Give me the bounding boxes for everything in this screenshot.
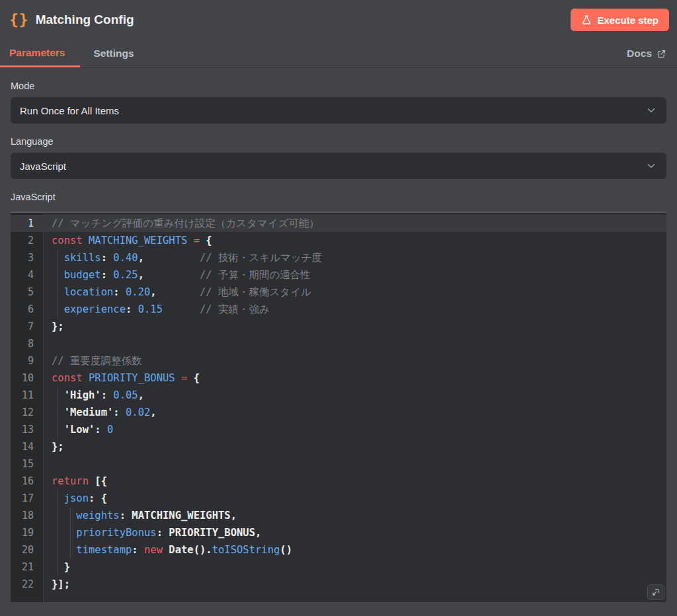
code-line[interactable]: 12 'Medium': 0.02, bbox=[11, 404, 666, 421]
indent-guide bbox=[58, 249, 58, 266]
tab-settings-label: Settings bbox=[93, 48, 134, 59]
code-line[interactable]: 20 timestamp: new Date().toISOString() bbox=[11, 541, 666, 558]
docs-link[interactable]: Docs bbox=[627, 40, 677, 67]
line-number: 21 bbox=[11, 558, 44, 576]
code-line-content: budget: 0.25, // 予算・期間の適合性 bbox=[44, 266, 666, 284]
execute-step-button[interactable]: Execute step bbox=[571, 9, 669, 31]
code-line[interactable]: 10const PRIORITY_BONUS = { bbox=[11, 369, 666, 387]
code-line[interactable]: 7}; bbox=[11, 318, 666, 335]
code-line[interactable]: 19 priorityBonus: PRIORITY_BONUS, bbox=[11, 524, 666, 541]
line-number: 1 bbox=[11, 215, 44, 232]
code-line[interactable]: 9// 重要度調整係数 bbox=[11, 352, 666, 369]
indent-guide bbox=[58, 284, 58, 301]
line-number: 16 bbox=[11, 473, 44, 490]
flask-icon bbox=[581, 15, 592, 25]
line-number: 5 bbox=[11, 284, 44, 301]
line-number: 13 bbox=[11, 421, 44, 438]
indent-guide bbox=[58, 541, 58, 558]
code-line[interactable]: 5 location: 0.20, // 地域・稼働スタイル bbox=[11, 284, 666, 301]
code-line[interactable]: 3 skills: 0.40, // 技術・スキルマッチ度 bbox=[11, 249, 666, 266]
code-line-content: experience: 0.15 // 実績・強み bbox=[44, 301, 666, 318]
code-line-content: }; bbox=[44, 318, 666, 335]
code-line[interactable]: 18 weights: MATCHING_WEIGHTS, bbox=[11, 507, 666, 524]
parameters-pane: Mode Run Once for All Items Language Jav… bbox=[0, 81, 677, 602]
indent-guide bbox=[58, 301, 58, 318]
line-number: 19 bbox=[11, 524, 44, 541]
code-editor-label: JavaScript bbox=[11, 192, 666, 202]
line-number: 4 bbox=[11, 266, 44, 284]
expand-icon bbox=[651, 588, 660, 597]
line-number: 22 bbox=[11, 576, 44, 593]
expand-editor-button[interactable] bbox=[647, 584, 664, 600]
external-link-icon bbox=[657, 49, 666, 59]
line-number: 15 bbox=[11, 455, 44, 473]
code-line-content: json: { bbox=[44, 490, 666, 507]
code-braces-icon: {} bbox=[9, 11, 29, 28]
line-number: 11 bbox=[11, 387, 44, 404]
docs-label: Docs bbox=[627, 48, 652, 59]
node-title: Matching Config bbox=[36, 13, 134, 27]
code-line[interactable]: 13 'Low': 0 bbox=[11, 421, 666, 438]
mode-label: Mode bbox=[11, 81, 666, 91]
code-line[interactable]: 15 bbox=[11, 455, 666, 473]
indent-guide bbox=[70, 524, 71, 541]
code-lines: 1// マッチング評価の重み付け設定（カスタマイズ可能）2const MATCH… bbox=[11, 213, 666, 593]
code-line[interactable]: 2const MATCHING_WEIGHTS = { bbox=[11, 232, 666, 249]
indent-guide bbox=[58, 558, 58, 576]
tab-parameters[interactable]: Parameters bbox=[0, 40, 80, 67]
code-line[interactable]: 14}; bbox=[11, 438, 666, 455]
tab-parameters-label: Parameters bbox=[9, 47, 65, 59]
code-line[interactable]: 21 } bbox=[11, 558, 666, 576]
mode-select[interactable]: Run Once for All Items bbox=[11, 97, 666, 124]
indent-guide bbox=[58, 524, 58, 541]
line-number: 12 bbox=[11, 404, 44, 421]
language-select[interactable]: JavaScript bbox=[11, 153, 666, 179]
mode-select-value: Run Once for All Items bbox=[20, 105, 119, 116]
code-editor[interactable]: 1// マッチング評価の重み付け設定（カスタマイズ可能）2const MATCH… bbox=[11, 212, 666, 602]
node-config-panel: {} Matching Config Execute step Paramete… bbox=[0, 0, 677, 602]
code-line-content: } bbox=[44, 558, 666, 576]
panel-header: {} Matching Config Execute step bbox=[0, 0, 677, 40]
line-number: 6 bbox=[11, 301, 44, 318]
code-line-content: skills: 0.40, // 技術・スキルマッチ度 bbox=[44, 249, 666, 266]
code-line[interactable]: 22}]; bbox=[11, 576, 666, 593]
tab-settings[interactable]: Settings bbox=[80, 40, 147, 67]
indent-guide bbox=[70, 507, 71, 524]
code-line-content: // 重要度調整係数 bbox=[44, 352, 666, 369]
indent-guide bbox=[58, 507, 58, 524]
code-line[interactable]: 16return [{ bbox=[11, 473, 666, 490]
code-line-content: timestamp: new Date().toISOString() bbox=[44, 541, 666, 558]
language-label: Language bbox=[11, 136, 666, 147]
language-select-value: JavaScript bbox=[20, 161, 66, 172]
code-line-content: const PRIORITY_BONUS = { bbox=[44, 369, 666, 387]
code-line-content: return [{ bbox=[44, 473, 666, 490]
indent-guide bbox=[58, 387, 58, 404]
line-number: 18 bbox=[11, 507, 44, 524]
tab-bar: Parameters Settings Docs bbox=[0, 40, 677, 68]
indent-guide bbox=[70, 541, 71, 558]
code-line-content: 'High': 0.05, bbox=[44, 387, 666, 404]
code-line[interactable]: 6 experience: 0.15 // 実績・強み bbox=[11, 301, 666, 318]
line-number: 9 bbox=[11, 352, 44, 369]
code-line-content: priorityBonus: PRIORITY_BONUS, bbox=[44, 524, 666, 541]
code-line[interactable]: 1// マッチング評価の重み付け設定（カスタマイズ可能） bbox=[11, 215, 666, 232]
line-number: 17 bbox=[11, 490, 44, 507]
line-number: 7 bbox=[11, 318, 44, 335]
code-line-content: const MATCHING_WEIGHTS = { bbox=[44, 232, 666, 249]
code-line[interactable]: 11 'High': 0.05, bbox=[11, 387, 666, 404]
chevron-down-icon bbox=[645, 160, 657, 172]
code-line[interactable]: 8 bbox=[11, 335, 666, 352]
code-line-content: }]; bbox=[44, 576, 666, 593]
indent-guide bbox=[58, 421, 58, 438]
code-line-content bbox=[44, 455, 666, 473]
line-number: 3 bbox=[11, 249, 44, 266]
code-line-content: // マッチング評価の重み付け設定（カスタマイズ可能） bbox=[44, 215, 666, 232]
code-line-content bbox=[44, 335, 666, 352]
code-line-content: location: 0.20, // 地域・稼働スタイル bbox=[44, 284, 666, 301]
code-line-content: weights: MATCHING_WEIGHTS, bbox=[44, 507, 666, 524]
chevron-down-icon bbox=[645, 104, 657, 116]
indent-guide bbox=[58, 266, 58, 284]
code-line[interactable]: 4 budget: 0.25, // 予算・期間の適合性 bbox=[11, 266, 666, 284]
line-number: 2 bbox=[11, 232, 44, 249]
code-line[interactable]: 17 json: { bbox=[11, 490, 666, 507]
